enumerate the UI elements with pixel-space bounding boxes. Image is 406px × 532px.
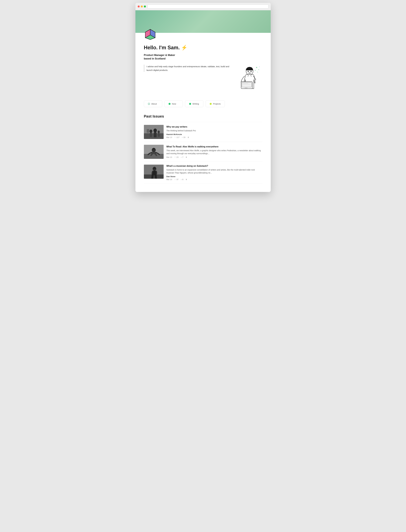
tab-about-label: About <box>151 102 157 105</box>
issue-title-1: Why we pay writers <box>167 125 262 128</box>
url-bar[interactable] <box>148 5 268 8</box>
svg-rect-21 <box>144 125 164 139</box>
hero-subtitle: Product Manager & Maker based in Scotlan… <box>144 53 262 60</box>
issue-comments-1[interactable]: ○ 33 <box>182 136 185 138</box>
issue-meta-2: Mar 13 ♡ 23 ○ 7 ⬆ <box>167 156 262 158</box>
issue-info-2: What To Read: Alex Wolfe is walking ever… <box>167 145 262 159</box>
issue-meta-3: Mar 10 ♡ 37 ○ 8 ⬆ <box>167 178 262 181</box>
issue-author-3: Dan Stone <box>167 175 262 178</box>
svg-point-27 <box>158 131 160 133</box>
issue-thumbnail-1 <box>144 125 164 139</box>
share-icon-3: ⬆ <box>186 179 187 181</box>
heart-icon-2: ♡ <box>174 156 176 158</box>
svg-rect-16 <box>243 83 248 84</box>
issue-description-2: This week, we interviewed Alex Wolfe, a … <box>167 149 262 155</box>
issue-comments-2[interactable]: ○ 7 <box>181 156 183 158</box>
thumb-image-2 <box>144 145 164 159</box>
browser-window: Hello. I'm Sam. ⚡ Product Manager & Make… <box>135 3 271 192</box>
svg-rect-18 <box>245 88 247 88</box>
issue-thumbnail-2 <box>144 145 164 159</box>
svg-rect-26 <box>154 132 157 137</box>
svg-point-5 <box>257 72 258 72</box>
issue-likes-1[interactable]: ♡ 117 <box>174 136 180 138</box>
issue-share-1[interactable]: ⬆ <box>188 136 189 138</box>
heart-icon-1: ♡ <box>174 136 176 138</box>
past-issues-section: Past Issues <box>144 114 262 183</box>
comment-icon-1: ○ <box>182 136 183 138</box>
share-icon-1: ⬆ <box>188 136 189 138</box>
maximize-button[interactable] <box>144 6 146 7</box>
tab-now[interactable]: Now <box>165 101 183 107</box>
issue-date-3: Mar 10 <box>167 178 172 181</box>
issue-likes-3[interactable]: ♡ 37 <box>174 178 178 181</box>
issue-title-2: What To Read: Alex Wolfe is walking ever… <box>167 145 262 148</box>
cube-logo <box>144 27 157 40</box>
issue-info-3: What's a musician doing on Substack? Sub… <box>167 165 262 181</box>
issue-date-2: Mar 13 <box>167 156 172 158</box>
svg-point-36 <box>153 167 156 171</box>
hero-body-area: I advise and help early stage founders a… <box>144 65 262 94</box>
issues-list: Why we pay writers The thinking behind S… <box>144 122 262 183</box>
heart-icon-3: ♡ <box>174 179 176 181</box>
page-content: Hello. I'm Sam. ⚡ Product Manager & Make… <box>135 27 271 192</box>
svg-point-11 <box>251 71 251 72</box>
browser-chrome <box>135 3 271 10</box>
lightning-emoji: ⚡ <box>181 45 188 51</box>
svg-rect-29 <box>147 129 149 133</box>
issue-description-3: Substack is home to an expansive constel… <box>167 168 262 174</box>
tab-writing-label: Writing <box>193 102 199 105</box>
tab-about[interactable]: About <box>144 101 162 107</box>
hero-quote: I advise and help early stage founders a… <box>144 65 231 72</box>
tab-dot-projects <box>210 103 212 105</box>
tab-projects[interactable]: Projects <box>206 101 225 107</box>
minimize-button[interactable] <box>141 6 143 7</box>
issue-author-1: Hamish McKenzie <box>167 133 262 135</box>
hero-title-text: Hello. I'm Sam. <box>144 45 180 51</box>
issue-thumbnail-3 <box>144 165 164 179</box>
issue-share-3[interactable]: ⬆ <box>186 179 187 181</box>
issue-date-1: Mar 13 <box>167 136 172 138</box>
svg-point-3 <box>256 67 257 68</box>
issue-item-3[interactable]: What's a musician doing on Substack? Sub… <box>144 162 262 183</box>
svg-rect-24 <box>150 133 152 137</box>
tab-dot-writing <box>189 103 191 105</box>
hero-quote-text: I advise and help early stage founders a… <box>146 65 229 71</box>
subtitle-line1: Product Manager & Maker <box>144 54 175 57</box>
share-icon-2: ⬆ <box>186 156 187 158</box>
issue-share-2[interactable]: ⬆ <box>186 156 187 158</box>
hero-illustration <box>237 65 262 94</box>
thumb-image-1 <box>144 125 164 139</box>
issue-item-2[interactable]: What To Read: Alex Wolfe is walking ever… <box>144 142 262 162</box>
svg-point-19 <box>255 70 256 71</box>
svg-point-4 <box>258 69 259 70</box>
person-illustration <box>237 65 262 93</box>
issue-title-3: What's a musician doing on Substack? <box>167 165 262 168</box>
tab-writing[interactable]: Writing <box>185 101 203 107</box>
issue-info-1: Why we pay writers The thinking behind S… <box>167 125 262 139</box>
issue-description-1: The thinking behind Substack Pro <box>167 129 262 132</box>
thumb-image-3 <box>144 165 164 179</box>
svg-rect-32 <box>144 154 164 159</box>
svg-point-23 <box>150 130 152 133</box>
tab-now-label: Now <box>172 102 176 105</box>
section-title: Past Issues <box>144 114 262 118</box>
issue-meta-1: Mar 13 ♡ 117 ○ 33 ⬆ <box>167 136 262 138</box>
svg-rect-28 <box>158 133 160 137</box>
tab-dot-about <box>148 103 150 105</box>
issue-item-1[interactable]: Why we pay writers The thinking behind S… <box>144 122 262 142</box>
close-button[interactable] <box>138 6 140 7</box>
svg-point-20 <box>257 72 258 73</box>
issue-comments-3[interactable]: ○ 8 <box>181 178 183 181</box>
hero-text-block: I advise and help early stage founders a… <box>144 65 231 72</box>
issue-likes-2[interactable]: ♡ 23 <box>174 156 178 158</box>
svg-point-25 <box>153 129 157 132</box>
comment-icon-2: ○ <box>181 156 182 158</box>
svg-rect-17 <box>243 84 250 85</box>
nav-tabs: About Now Writing Projects <box>144 101 262 107</box>
traffic-lights <box>138 6 146 7</box>
svg-point-10 <box>248 71 249 72</box>
tab-projects-label: Projects <box>213 102 221 105</box>
subtitle-line2: based in Scotland <box>144 57 166 60</box>
comment-icon-3: ○ <box>181 179 182 181</box>
hero-title: Hello. I'm Sam. ⚡ <box>144 45 262 51</box>
